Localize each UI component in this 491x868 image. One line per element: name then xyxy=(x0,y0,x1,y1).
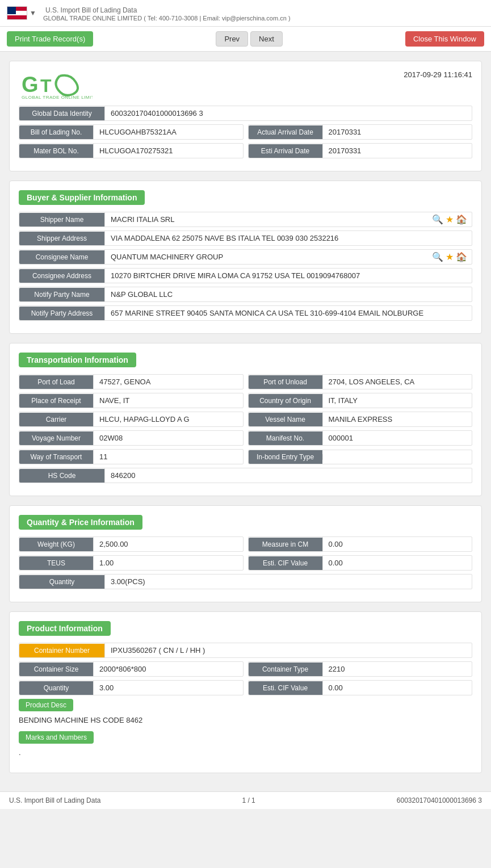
product-info-title: Product Information xyxy=(19,621,111,636)
svg-text:G: G xyxy=(22,73,39,97)
carrier-label: Carrier xyxy=(19,413,93,426)
way-transport-half: Way of Transport 11 xyxy=(19,449,244,464)
container-size-value: 2000*806*800 xyxy=(93,662,243,676)
voyage-half: Voyage Number 02W08 xyxy=(19,430,244,446)
logo-box: G T GLOBAL TRADE ONLINE LIMITED xyxy=(19,70,93,99)
place-receipt-label: Place of Receipt xyxy=(19,394,93,408)
global-data-identity-row: Global Data Identity 6003201704010000136… xyxy=(19,106,472,121)
manifest-label: Manifest No. xyxy=(249,431,322,445)
timestamp: 2017-09-29 11:16:41 xyxy=(404,70,472,79)
shipper-address-row: Shipper Address VIA MADDALENA 62 25075 N… xyxy=(19,230,472,246)
next-button[interactable]: Next xyxy=(250,31,283,47)
global-data-identity-label: Global Data Identity xyxy=(19,107,104,120)
quantity-row: Quantity 3.00(PCS) xyxy=(19,574,472,589)
hs-code-label: HS Code xyxy=(19,469,104,483)
mater-bol-value: HLCUGOA170275321 xyxy=(93,144,243,158)
shipper-icons: 🔍 ★ 🏠 xyxy=(427,214,472,225)
container-size-half: Container Size 2000*806*800 xyxy=(19,661,244,677)
transport-inbond-row: Way of Transport 11 In-bond Entry Type xyxy=(19,449,472,464)
consignee-address-label: Consignee Address xyxy=(19,269,104,283)
vessel-name-value: MANILA EXPRESS xyxy=(322,412,472,426)
consignee-name-value: QUANTUM MACHINERY GROUP xyxy=(104,250,427,264)
product-cif-label: Esti. CIF Value xyxy=(249,681,322,695)
inbond-half: In-bond Entry Type xyxy=(248,450,473,464)
quantity-price-title: Quantity & Price Information xyxy=(19,515,142,530)
logo-row: G T GLOBAL TRADE ONLINE LIMITED 2017-09-… xyxy=(19,70,472,99)
shipper-name-row: Shipper Name MACRI ITALIA SRL 🔍 ★ 🏠 xyxy=(19,212,472,227)
print-button[interactable]: Print Trade Record(s) xyxy=(7,31,93,47)
way-transport-value: 11 xyxy=(93,450,243,464)
prev-button[interactable]: Prev xyxy=(216,31,248,47)
global-data-identity-value: 600320170401000013696 3 xyxy=(104,106,472,120)
manifest-value: 000001 xyxy=(322,431,472,445)
country-origin-value: IT, ITALY xyxy=(322,393,472,408)
header-title: U.S. Import Bill of Lading Data xyxy=(45,5,291,15)
consignee-address-row: Consignee Address 10270 BIRTCHER DRIVE M… xyxy=(19,268,472,283)
header-subtitle: GLOBAL TRADE ONLINE LIMITED ( Tel: 400-7… xyxy=(43,15,291,22)
dropdown-arrow[interactable]: ▼ xyxy=(30,9,36,17)
page-footer: U.S. Import Bill of Lading Data 1 / 1 60… xyxy=(0,791,491,809)
notify-party-address-row: Notify Party Address 657 MARINE STREET 9… xyxy=(19,305,472,321)
weight-measure-row: Weight (KG) 2,500.00 Measure in CM 0.00 xyxy=(19,536,472,552)
teus-half: TEUS 1.00 xyxy=(19,555,244,571)
star-icon[interactable]: ★ xyxy=(446,214,454,225)
mater-bol-label: Mater BOL No. xyxy=(19,144,93,158)
measure-cm-half: Measure in CM 0.00 xyxy=(248,536,473,552)
place-receipt-half: Place of Receipt NAVE, IT xyxy=(19,393,244,408)
svg-text:GLOBAL TRADE ONLINE LIMITED: GLOBAL TRADE ONLINE LIMITED xyxy=(22,95,93,99)
container-number-row: Container Number IPXU3560267 ( CN / L / … xyxy=(19,643,472,658)
place-receipt-value: NAVE, IT xyxy=(93,393,243,408)
port-unload-label: Port of Unload xyxy=(249,375,322,389)
product-cif-value: 0.00 xyxy=(322,681,472,695)
product-qty-label: Quantity xyxy=(19,681,93,695)
mater-bol-half: Mater BOL No. HLCUGOA170275321 xyxy=(19,143,244,158)
container-type-half: Container Type 2210 xyxy=(248,661,473,677)
footer-center: 1 / 1 xyxy=(242,796,255,804)
manifest-half: Manifest No. 000001 xyxy=(248,430,473,446)
bol-value: HLCUGOAHB75321AA xyxy=(93,125,243,139)
quantity-label: Quantity xyxy=(19,575,104,589)
esti-arrival-half: Esti Arrival Date 20170331 xyxy=(248,143,473,158)
transportation-title: Transportation Information xyxy=(19,353,136,367)
esti-arrival-value: 20170331 xyxy=(322,144,472,158)
close-button[interactable]: Close This Window xyxy=(405,31,484,47)
inbond-label: In-bond Entry Type xyxy=(249,450,322,464)
flag-icon xyxy=(7,6,27,20)
shipper-address-label: Shipper Address xyxy=(19,232,104,245)
shipper-address-value: VIA MADDALENA 62 25075 NAVE BS ITALIA TE… xyxy=(104,231,472,245)
port-load-value: 47527, GENOA xyxy=(93,375,243,389)
shipper-name-value: MACRI ITALIA SRL xyxy=(104,212,427,227)
teus-label: TEUS xyxy=(19,556,93,570)
search-icon[interactable]: 🔍 xyxy=(432,214,443,225)
product-qty-value: 3.00 xyxy=(93,681,243,695)
notify-party-address-label: Notify Party Address xyxy=(19,307,104,320)
weight-half: Weight (KG) 2,500.00 xyxy=(19,536,244,552)
product-desc-button[interactable]: Product Desc xyxy=(19,699,73,711)
home-icon[interactable]: 🏠 xyxy=(456,214,467,225)
consignee-search-icon[interactable]: 🔍 xyxy=(432,251,443,262)
teus-value: 1.00 xyxy=(93,556,243,570)
measure-cm-label: Measure in CM xyxy=(249,538,322,551)
inbond-value xyxy=(322,454,472,460)
marks-numbers-text: . xyxy=(19,746,472,759)
consignee-name-label: Consignee Name xyxy=(19,250,104,264)
marks-numbers-button[interactable]: Marks and Numbers xyxy=(19,731,94,744)
port-load-label: Port of Load xyxy=(19,375,93,389)
container-size-label: Container Size xyxy=(19,662,93,676)
product-qty-half: Quantity 3.00 xyxy=(19,680,244,695)
container-size-type-row: Container Size 2000*806*800 Container Ty… xyxy=(19,661,472,677)
consignee-address-value: 10270 BIRTCHER DRIVE MIRA LOMA CA 91752 … xyxy=(104,269,472,283)
country-origin-label: Country of Origin xyxy=(249,394,322,408)
product-qty-cif-row: Quantity 3.00 Esti. CIF Value 0.00 xyxy=(19,680,472,695)
esti-cif-label: Esti. CIF Value xyxy=(249,556,322,570)
consignee-name-row: Consignee Name QUANTUM MACHINERY GROUP 🔍… xyxy=(19,249,472,265)
footer-left: U.S. Import Bill of Lading Data xyxy=(9,796,100,804)
voyage-label: Voyage Number xyxy=(19,431,93,445)
weight-value: 2,500.00 xyxy=(93,537,243,551)
toolbar-left: Print Trade Record(s) xyxy=(7,31,93,47)
svg-text:T: T xyxy=(40,76,52,96)
bol-label: Bill of Lading No. xyxy=(19,125,93,139)
consignee-star-icon[interactable]: ★ xyxy=(446,251,454,262)
weight-label: Weight (KG) xyxy=(19,538,93,551)
consignee-home-icon[interactable]: 🏠 xyxy=(456,251,467,262)
